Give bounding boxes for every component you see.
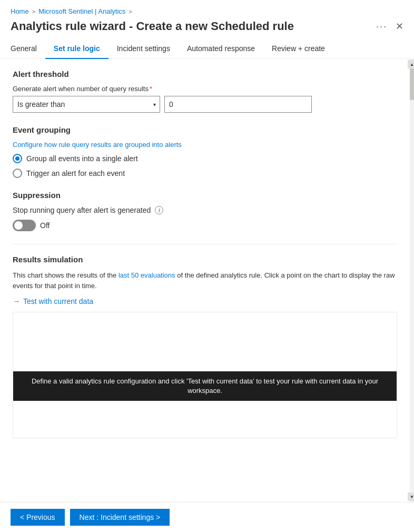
close-button[interactable]: ✕ xyxy=(396,21,403,32)
previous-button[interactable]: < Previous xyxy=(11,509,65,526)
tabs-bar: General Set rule logic Incident settings… xyxy=(0,40,414,59)
content-wrapper: Alert threshold Generate alert when numb… xyxy=(0,59,414,502)
suppression-row: Stop running query after alert is genera… xyxy=(13,206,397,214)
event-grouping-title: Event grouping xyxy=(13,125,397,134)
radio-inner-group-all xyxy=(15,156,19,161)
tab-set-rule-logic[interactable]: Set rule logic xyxy=(45,40,109,59)
toggle-row: Off xyxy=(13,220,397,231)
title-ellipsis-button[interactable]: ··· xyxy=(376,21,387,32)
breadcrumb-sentinel[interactable]: Microsoft Sentinel | Analytics xyxy=(38,7,125,15)
toggle-knob xyxy=(14,221,23,230)
radio-trigger-each[interactable]: Trigger an alert for each event xyxy=(13,169,397,178)
results-simulation-section: Results simulation This chart shows the … xyxy=(13,255,397,438)
main-content: Alert threshold Generate alert when numb… xyxy=(0,59,410,502)
suppression-title: Suppression xyxy=(13,191,397,200)
title-actions: ··· ✕ xyxy=(376,21,403,32)
scrollbar-up-button[interactable]: ▲ xyxy=(408,60,414,68)
chart-upper-area xyxy=(13,312,397,371)
radio-label-group-all: Group all events into a single alert xyxy=(26,154,138,163)
test-with-current-data-link[interactable]: → Test with current data xyxy=(13,297,397,306)
suppression-section: Suppression Stop running query after ale… xyxy=(13,191,397,231)
breadcrumb-home[interactable]: Home xyxy=(11,7,29,15)
radio-circle-group-all[interactable] xyxy=(13,154,22,163)
threshold-dropdown[interactable]: Is greater than Is less than Is equal to… xyxy=(13,96,160,113)
chart-lower-area xyxy=(13,401,397,438)
threshold-number-input[interactable] xyxy=(164,96,312,113)
info-icon[interactable]: i xyxy=(155,206,163,214)
required-star: * xyxy=(150,85,152,93)
chart-container: Define a valid analytics rule configurat… xyxy=(13,312,397,438)
tab-general[interactable]: General xyxy=(11,40,45,59)
breadcrumb: Home > Microsoft Sentinel | Analytics > xyxy=(0,0,414,17)
scrollbar-thumb[interactable] xyxy=(410,68,414,100)
breadcrumb-sep1: > xyxy=(32,8,35,15)
page-title-row: Analytics rule wizard - Create a new Sch… xyxy=(0,17,414,40)
results-simulation-title: Results simulation xyxy=(13,255,397,264)
threshold-dropdown-wrapper: Is greater than Is less than Is equal to… xyxy=(13,96,160,113)
section-divider xyxy=(13,244,397,244)
radio-circle-trigger-each[interactable] xyxy=(13,169,22,178)
alert-threshold-section: Alert threshold Generate alert when numb… xyxy=(13,70,397,113)
radio-label-trigger-each: Trigger an alert for each event xyxy=(26,169,125,178)
scrollbar-thumb-area xyxy=(410,68,414,492)
suppression-toggle[interactable] xyxy=(13,220,36,231)
simulation-highlight: last 50 evaluations xyxy=(119,271,175,279)
simulation-description: This chart shows the results of the last… xyxy=(13,270,397,291)
alert-threshold-title: Alert threshold xyxy=(13,70,397,78)
footer-bar: < Previous Next : Incident settings > xyxy=(0,502,414,532)
threshold-row: Is greater than Is less than Is equal to… xyxy=(13,96,397,113)
next-button[interactable]: Next : Incident settings > xyxy=(70,509,170,526)
suppression-label: Stop running query after alert is genera… xyxy=(13,206,151,214)
breadcrumb-sep2: > xyxy=(129,8,132,15)
scrollbar-track: ▲ ▼ xyxy=(410,59,414,502)
radio-group: Group all events into a single alert Tri… xyxy=(13,154,397,178)
tab-automated-response[interactable]: Automated response xyxy=(179,40,263,59)
tab-review-create[interactable]: Review + create xyxy=(263,40,333,59)
chart-message-bar: Define a valid analytics rule configurat… xyxy=(13,371,397,401)
scrollbar-down-button[interactable]: ▼ xyxy=(408,492,414,501)
alert-threshold-field-label: Generate alert when number of query resu… xyxy=(13,85,397,93)
tab-incident-settings[interactable]: Incident settings xyxy=(109,40,179,59)
page-title: Analytics rule wizard - Create a new Sch… xyxy=(11,19,376,33)
event-grouping-info: Configure how rule query results are gro… xyxy=(13,141,397,149)
radio-group-all[interactable]: Group all events into a single alert xyxy=(13,154,397,163)
toggle-label: Off xyxy=(40,221,50,230)
test-link-label: Test with current data xyxy=(23,297,93,306)
arrow-right-icon: → xyxy=(13,297,20,306)
page-container: Home > Microsoft Sentinel | Analytics > … xyxy=(0,0,414,532)
event-grouping-section: Event grouping Configure how rule query … xyxy=(13,125,397,178)
